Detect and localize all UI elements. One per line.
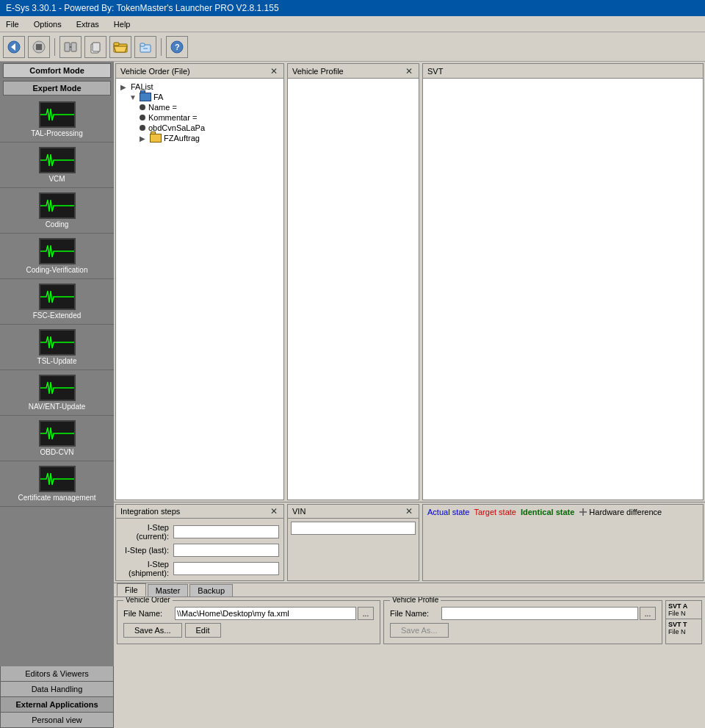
- vp-save-as-button[interactable]: Save As...: [390, 623, 449, 638]
- sidebar-item-fsc-extended[interactable]: FSC-Extended: [0, 279, 114, 325]
- connection-button[interactable]: [59, 36, 82, 58]
- vp-filename-input[interactable]: [441, 607, 638, 620]
- menu-extras[interactable]: Extras: [73, 18, 102, 30]
- data-handling-button[interactable]: Data Handling: [0, 682, 114, 697]
- personal-view-button[interactable]: Personal view: [0, 713, 114, 728]
- sidebar-item-coding[interactable]: Coding: [0, 188, 114, 234]
- istep-last-input[interactable]: [173, 544, 279, 557]
- tab-master[interactable]: Master: [148, 584, 189, 597]
- istep-shipment-row: I-Step (shipment):: [120, 560, 279, 577]
- main-layout: Comfort Mode Expert Mode TAL-Processing …: [0, 62, 705, 728]
- vo-edit-button[interactable]: Edit: [185, 623, 221, 638]
- istep-current-input[interactable]: [173, 525, 279, 538]
- fa-toggle[interactable]: ▼: [129, 93, 140, 101]
- tree-name[interactable]: Name =: [140, 102, 281, 112]
- menu-file[interactable]: File: [3, 18, 22, 30]
- target-state-button[interactable]: Target state: [474, 508, 516, 516]
- svg-rect-3: [36, 44, 42, 50]
- vehicle-order-body: ▶ FAList ▼ FA: [116, 79, 283, 500]
- integration-title: Integration steps: [120, 507, 180, 516]
- istep-shipment-input[interactable]: [173, 562, 279, 575]
- vo-browse-button[interactable]: ...: [358, 607, 374, 620]
- fzauftrag-folder-tab: [151, 131, 156, 134]
- vcm-label: VCM: [48, 175, 65, 183]
- tal-processing-label: TAL-Processing: [31, 129, 82, 137]
- sidebar-item-tsl-update[interactable]: TSL-Update: [0, 325, 114, 370]
- tree-fzauftrag[interactable]: ▶ FZAuftrag: [140, 133, 281, 143]
- sidebar-item-nav-ent-update[interactable]: NAV/ENT-Update: [0, 370, 114, 416]
- vehicle-order-panel: Vehicle Order (File) ✕ ▶ FAList ▼: [115, 63, 284, 500]
- vo-filename-row: File Name: ...: [123, 607, 374, 620]
- istep-last-label: I-Step (last):: [120, 546, 173, 555]
- top-panels: Vehicle Order (File) ✕ ▶ FAList ▼: [114, 62, 705, 502]
- identical-state-button[interactable]: Identical state: [521, 508, 574, 516]
- open-button[interactable]: [109, 36, 131, 58]
- fzauftrag-folder-icon: [150, 134, 162, 143]
- integration-steps-panel: Integration steps ✕ I-Step (current): I-…: [115, 504, 284, 581]
- editors-viewers-button[interactable]: Editors & Viewers: [0, 666, 114, 682]
- istep-shipment-label: I-Step (shipment):: [120, 560, 173, 577]
- vp-browse-button[interactable]: ...: [640, 607, 656, 620]
- expert-mode-button[interactable]: Expert Mode: [3, 81, 111, 95]
- kommentar-dot: [140, 115, 145, 120]
- external-applications-button[interactable]: External Applications: [0, 697, 114, 713]
- comfort-mode-button[interactable]: Comfort Mode: [3, 63, 111, 78]
- svg-rect-13: [140, 43, 145, 46]
- obd-cvn-label: OBD-CVN: [40, 448, 73, 456]
- svg-marker-11: [114, 46, 127, 52]
- certificate-management-icon: [39, 466, 76, 492]
- sidebar-item-vcm[interactable]: VCM: [0, 143, 114, 188]
- tab-backup[interactable]: Backup: [189, 584, 233, 597]
- copy-button[interactable]: [84, 36, 106, 58]
- sidebar-item-tal-processing[interactable]: TAL-Processing: [0, 97, 114, 143]
- tree-fa[interactable]: ▼ FA: [129, 92, 281, 102]
- svt-t-label: SVT T: [668, 621, 699, 628]
- svt-header: SVT: [423, 64, 703, 79]
- certificate-management-label: Certificate management: [18, 494, 95, 502]
- fzauftrag-toggle[interactable]: ▶: [140, 134, 150, 143]
- sidebar-item-coding-verification[interactable]: Coding-Verification: [0, 234, 114, 279]
- titlebar: E-Sys 3.30.1 - Powered By: TokenMaster's…: [0, 0, 705, 16]
- vo-save-as-button[interactable]: Save As...: [123, 623, 182, 638]
- vo-filename-label: File Name:: [123, 609, 175, 618]
- svt-a-label: SVT A: [668, 602, 699, 610]
- sidebar-item-obd-cvn[interactable]: OBD-CVN: [0, 416, 114, 461]
- vin-input[interactable]: [291, 522, 416, 535]
- vcm-icon: [39, 147, 76, 173]
- menu-options[interactable]: Options: [31, 18, 65, 30]
- falist-toggle[interactable]: ▶: [120, 83, 131, 91]
- folder-button[interactable]: [134, 36, 156, 58]
- stop-button[interactable]: [28, 36, 50, 58]
- svg-text:?: ?: [175, 43, 180, 51]
- toolbar-sep-2: [161, 38, 162, 56]
- tab-file[interactable]: File: [117, 583, 146, 597]
- vehicle-order-close-button[interactable]: ✕: [269, 66, 279, 76]
- nav-ent-update-icon: [39, 375, 76, 401]
- back-button[interactable]: [3, 36, 25, 58]
- actual-state-button[interactable]: Actual state: [427, 508, 469, 516]
- svt-a-file: File N: [668, 610, 699, 617]
- vehicle-profile-body: [288, 79, 419, 500]
- svt-t-section: SVT T File N: [666, 619, 701, 637]
- tal-processing-icon: [39, 101, 76, 128]
- help-button[interactable]: ?: [166, 36, 188, 58]
- tabs-area: File Master Backup: [114, 583, 705, 597]
- vin-body: [288, 519, 419, 538]
- svg-rect-4: [65, 43, 70, 51]
- sidebar-item-certificate-management[interactable]: Certificate management: [0, 461, 114, 507]
- vo-filename-input[interactable]: [175, 607, 356, 620]
- content-area: Vehicle Order (File) ✕ ▶ FAList ▼: [114, 62, 705, 728]
- tree-kommentar[interactable]: Kommentar =: [140, 112, 281, 123]
- name-label: Name =: [148, 103, 177, 112]
- hardware-difference-button[interactable]: Hardware difference: [579, 508, 662, 516]
- tree-obdcvn[interactable]: obdCvnSaLaPa: [140, 123, 281, 133]
- tree-fa-container: ▼ FA Name =: [119, 92, 281, 143]
- vehicle-order-section-title: Vehicle Order: [123, 597, 173, 604]
- menu-help[interactable]: Help: [111, 18, 134, 30]
- sidebar-bottom: Editors & Viewers Data Handling External…: [0, 666, 114, 728]
- vehicle-profile-close-button[interactable]: ✕: [404, 66, 414, 76]
- vin-close-button[interactable]: ✕: [404, 506, 414, 516]
- vp-actions: Save As...: [390, 623, 656, 638]
- integration-close-button[interactable]: ✕: [269, 506, 279, 516]
- name-dot: [140, 104, 145, 110]
